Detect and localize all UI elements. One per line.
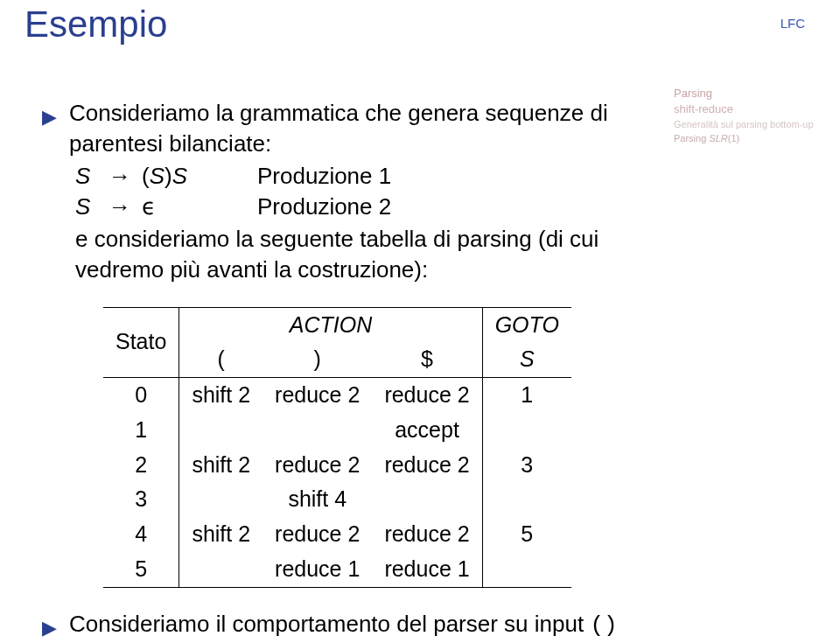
bullet-1-continued: e consideriamo la seguente tabella di pa…: [75, 224, 637, 285]
sidebar-shift-reduce: shift-reduce: [674, 101, 814, 117]
content: ▶ Consideriamo la grammatica che genera …: [24, 98, 637, 643]
lfc-label: LFC: [780, 16, 805, 31]
table-row: 3 shift 4: [103, 482, 571, 517]
table-row: 2 shift 2 reduce 2 reduce 2 3: [103, 448, 571, 483]
th-goto: GOTO: [482, 307, 571, 342]
bullet-2-text: Consideriamo il comportamento del parser…: [69, 609, 637, 643]
productions: S → (S)S Produzione 1 S → ϵ Produzione 2: [75, 161, 637, 222]
sidebar: Parsing shift-reduce Generalità sul pars…: [674, 86, 814, 145]
slide: Esempio LFC Parsing shift-reduce General…: [0, 0, 840, 643]
prod1-arrow: →: [108, 161, 140, 192]
table-row: 5 reduce 1 reduce 1: [103, 552, 571, 587]
bullet-1-text: Consideriamo la grammatica che genera se…: [69, 98, 637, 159]
table-row: 0 shift 2 reduce 2 reduce 2 1: [103, 378, 571, 413]
th-col4: S: [482, 342, 571, 377]
prod1-rhs: (S)S: [142, 161, 247, 192]
production-2: S → ϵ Produzione 2: [75, 192, 637, 222]
slide-title: Esempio: [24, 0, 816, 45]
th-action: ACTION: [179, 307, 482, 342]
parse-table-wrap: Stato ACTION GOTO ( ) $ S 0 shift 2 redu…: [103, 307, 637, 588]
parse-table: Stato ACTION GOTO ( ) $ S 0 shift 2 redu…: [103, 307, 571, 588]
bullet-2: ▶ Consideriamo il comportamento del pars…: [42, 609, 637, 643]
th-stato: Stato: [103, 307, 179, 378]
prod1-lhs: S: [75, 161, 107, 192]
sidebar-slr1: Parsing SLR(1): [674, 132, 814, 145]
prod2-label: Produzione 2: [257, 192, 391, 222]
sidebar-slr1-it: SLR: [709, 133, 727, 143]
sidebar-generalita: Generalità sul parsing bottom-up: [674, 118, 814, 131]
bullet-1: ▶ Consideriamo la grammatica che genera …: [42, 98, 637, 159]
table-row: 1 accept: [103, 413, 571, 448]
th-col1: (: [179, 342, 262, 377]
th-col3: $: [372, 342, 482, 377]
th-col2: ): [262, 342, 372, 377]
sidebar-parsing: Parsing: [674, 86, 814, 101]
prod2-lhs: S: [75, 192, 107, 222]
prod2-eps: ϵ: [142, 192, 247, 222]
sidebar-slr1-pre: Parsing: [674, 133, 709, 143]
table-row: 4 shift 2 reduce 2 reduce 2 5: [103, 517, 571, 552]
prod1-label: Produzione 1: [257, 161, 391, 192]
triangle-right-icon: ▶: [42, 615, 57, 641]
prod2-arrow: →: [108, 192, 140, 222]
triangle-right-icon: ▶: [42, 104, 57, 130]
production-1: S → (S)S Produzione 1: [75, 161, 637, 192]
header-row-1: Stato ACTION GOTO: [103, 307, 571, 342]
sidebar-slr1-suf: (1): [728, 133, 739, 143]
